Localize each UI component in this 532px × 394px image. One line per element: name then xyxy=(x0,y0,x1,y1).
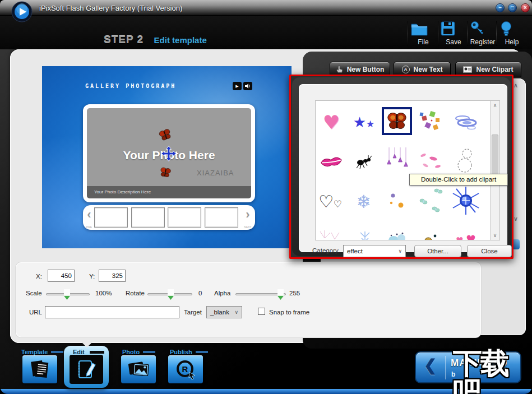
alpha-slider[interactable] xyxy=(235,293,286,295)
tooltip: Double-Click to add clipart xyxy=(409,174,508,186)
thumbnail-slot-3[interactable] xyxy=(168,207,201,228)
clipart-fireworks-partial[interactable] xyxy=(318,230,343,240)
step-label: STEP 2 xyxy=(104,34,144,46)
move-cursor-icon xyxy=(160,145,177,162)
clipart-icon xyxy=(463,66,472,73)
file-button[interactable]: File xyxy=(409,20,437,48)
tab-new-button-label: New Button xyxy=(347,66,385,73)
clipart-icicle-partial[interactable] xyxy=(357,231,373,240)
next-label: NEXT xyxy=(244,221,252,233)
x-input[interactable] xyxy=(48,270,75,282)
alpha-slider-thumb[interactable] xyxy=(277,289,284,300)
rotate-label: Rotate xyxy=(126,290,145,296)
clipart-snowflake[interactable]: ❄ xyxy=(357,193,372,211)
preview-play-button[interactable]: ▶ xyxy=(233,82,242,90)
rotate-slider-thumb[interactable] xyxy=(168,289,174,300)
template-icon xyxy=(29,359,51,380)
save-button[interactable]: Save xyxy=(440,20,468,48)
prev-label: PRE xyxy=(85,221,93,233)
scale-slider-thumb[interactable] xyxy=(64,289,70,300)
scale-label: Scale xyxy=(26,290,42,296)
toolbar: STEP 2 Edit template File Save Register xyxy=(0,16,532,49)
folder-icon xyxy=(409,20,437,37)
chevron-down-icon: ∨ xyxy=(234,309,238,315)
scroll-up-icon[interactable]: ∧ xyxy=(491,101,499,110)
rotate-slider[interactable] xyxy=(147,293,192,295)
bulb-icon xyxy=(498,20,526,37)
close-dialog-button[interactable]: Close xyxy=(467,245,512,257)
register-button[interactable]: Register xyxy=(469,20,497,48)
hand-pointer-icon xyxy=(336,66,343,73)
photo-placeholder-frame[interactable]: Your Photo Here XIAZAIBA Your Photo Desc… xyxy=(83,104,255,202)
clipart-pink-heart[interactable]: ♥ xyxy=(323,113,340,132)
next-thumbnails-button[interactable]: ›NEXT xyxy=(244,208,252,233)
y-input[interactable] xyxy=(99,270,126,282)
clipart-hanging-flowers[interactable] xyxy=(385,147,410,173)
maximize-button[interactable]: □ xyxy=(508,3,517,12)
clipart-ant[interactable] xyxy=(354,154,376,169)
clipart-petals[interactable] xyxy=(419,152,443,171)
thumbnail-slot-2[interactable] xyxy=(131,207,165,228)
main-menu-button[interactable]: ❮ MAINMENU b xyxy=(415,351,521,383)
clipart-dots[interactable] xyxy=(387,192,408,212)
clipart-blue-rings[interactable] xyxy=(451,114,479,131)
snap-to-frame-checkbox[interactable] xyxy=(258,308,265,315)
close-button[interactable]: × xyxy=(521,3,530,12)
scale-slider[interactable] xyxy=(46,293,90,295)
panel-scroll-up-icon[interactable]: ∧ xyxy=(514,82,518,89)
mainmenu-divider xyxy=(445,356,446,379)
url-input[interactable] xyxy=(45,306,179,318)
snap-to-frame-label: Snap to frame xyxy=(269,309,309,316)
nav-edit-button[interactable] xyxy=(70,355,103,384)
window-bottom-edge xyxy=(0,389,532,394)
nav-template-label: Template xyxy=(21,349,63,355)
clipart-blue-stars[interactable]: ★★ xyxy=(353,115,375,129)
help-button[interactable]: Help xyxy=(498,20,526,48)
panel-scroll-down-icon[interactable]: ∨ xyxy=(514,215,518,223)
target-dropdown[interactable]: _blank ∨ xyxy=(206,306,242,318)
toolbar-divider xyxy=(438,21,438,46)
clipart-outline-figure[interactable] xyxy=(455,147,477,175)
category-dropdown[interactable]: effect ∨ xyxy=(343,245,406,257)
nav-publish-button[interactable]: R xyxy=(168,355,203,383)
url-label: URL xyxy=(29,309,42,316)
clipart-dialog: ♥ ★★ xyxy=(289,75,514,259)
edit-icon xyxy=(75,359,98,380)
thumbnail-slot-1[interactable] xyxy=(94,207,128,228)
dialog-frame: ♥ ★★ xyxy=(292,77,511,256)
butterfly-clipart-bottom[interactable] xyxy=(159,166,172,179)
rotate-value: 0 xyxy=(198,290,202,296)
clipart-confetti[interactable] xyxy=(419,110,443,134)
alpha-label: Alpha xyxy=(214,290,230,296)
clipart-grid-scrollbar[interactable]: ∧ ∨ xyxy=(490,101,499,240)
template-preview: GALLERY PHOTOGRAPH ▶ Your Photo Here XIA… xyxy=(42,66,292,248)
scroll-down-icon[interactable]: ∨ xyxy=(491,231,499,240)
clipart-outline-hearts[interactable]: ♡♡ xyxy=(318,193,342,210)
clipart-pink-hearts-partial[interactable]: ♥ ♥ xyxy=(456,234,476,240)
clipart-butterfly-selected[interactable] xyxy=(382,107,412,135)
clipart-moth-partial[interactable] xyxy=(423,234,442,240)
target-value: _blank xyxy=(210,309,229,316)
circle-a-icon: A xyxy=(402,66,410,73)
other-button[interactable]: Other... xyxy=(414,245,461,257)
publish-icon: R xyxy=(175,359,196,380)
clipart-blue-flowers-partial[interactable] xyxy=(386,233,414,240)
butterfly-clipart-top[interactable] xyxy=(158,128,173,142)
minimize-button[interactable]: – xyxy=(496,3,505,12)
toolbar-divider xyxy=(496,21,497,46)
nav-photo-button[interactable] xyxy=(121,355,156,383)
thumbnail-slot-4[interactable] xyxy=(205,207,238,228)
tab-new-text-label: New Text xyxy=(414,66,443,73)
x-label: X: xyxy=(36,273,42,280)
prev-thumbnails-button[interactable]: ‹PRE xyxy=(85,208,93,233)
preview-sound-button[interactable] xyxy=(243,82,252,90)
properties-panel: X: Y: Scale 100% Rotate 0 Alpha 255 URL … xyxy=(16,262,481,337)
save-button-label: Save xyxy=(440,38,468,46)
nav-template-button[interactable] xyxy=(22,355,57,383)
play-icon: ▶ xyxy=(235,84,238,89)
clipart-blue-sparkle[interactable] xyxy=(451,186,481,216)
toolbar-divider xyxy=(408,21,408,46)
clipart-small-butterflies[interactable] xyxy=(418,187,445,214)
clipart-lips[interactable] xyxy=(319,154,344,169)
mainmenu-subtitle: b xyxy=(451,370,455,378)
